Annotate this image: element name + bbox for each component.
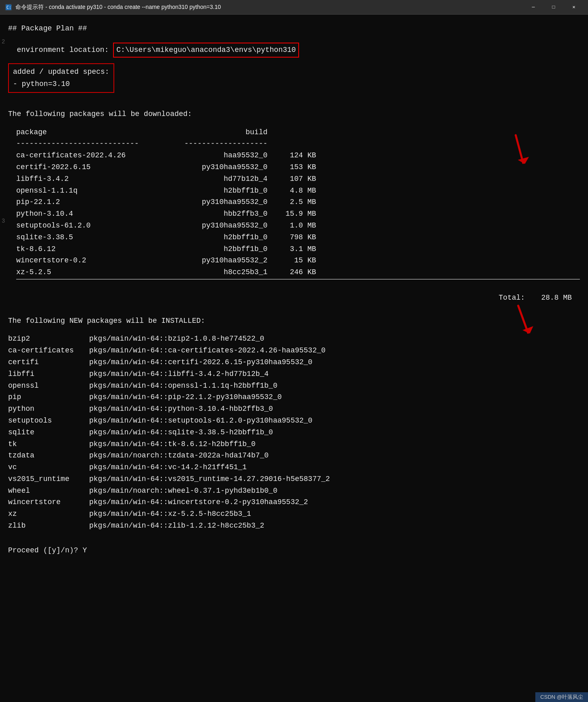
titlebar-title: 命令提示符 - conda activate py310 - conda cre… bbox=[15, 4, 221, 11]
install-pkg-path: pkgs/main/win-64::bzip2-1.0.8-he774522_0 bbox=[89, 333, 264, 345]
install-pkg-path: pkgs/main/win-64::setuptools-61.2.0-py31… bbox=[89, 415, 312, 427]
install-pkg-name: wincertstore bbox=[8, 496, 89, 508]
svg-marker-3 bbox=[518, 153, 529, 164]
install-pkg-path: pkgs/main/win-64::python-3.10.4-hbb2ffb3… bbox=[89, 403, 273, 415]
titlebar-controls: — □ ✕ bbox=[524, 1, 583, 13]
pkg-name: setuptools-61.2.0 bbox=[16, 220, 154, 232]
pkg-build: hd77b12b_4 bbox=[154, 173, 276, 185]
specs-label: added / updated specs: bbox=[13, 66, 109, 78]
table-row: wincertstore-0.2 py310haa95532_2 15 KB bbox=[16, 255, 580, 266]
pkg-name: sqlite-3.38.5 bbox=[16, 232, 154, 243]
minimize-button[interactable]: — bbox=[524, 1, 543, 13]
svg-line-4 bbox=[510, 306, 537, 333]
pkg-name: pip-22.1.2 bbox=[16, 196, 154, 208]
list-item: tk pkgs/main/win-64::tk-8.6.12-h2bbff1b_… bbox=[8, 438, 580, 450]
install-packages-list: bzip2 pkgs/main/win-64::bzip2-1.0.8-he77… bbox=[8, 333, 580, 532]
total-row: Total: 28.8 MB bbox=[16, 292, 572, 304]
install-pkg-name: certifi bbox=[8, 356, 89, 368]
list-item: setuptools pkgs/main/win-64::setuptools-… bbox=[8, 415, 580, 427]
pkg-name: openssl-1.1.1q bbox=[16, 185, 154, 197]
install-pkg-name: libffi bbox=[8, 368, 89, 380]
maximize-button[interactable]: □ bbox=[544, 1, 563, 13]
pkg-name: xz-5.2.5 bbox=[16, 266, 154, 278]
pkg-size: 1.0 MB bbox=[276, 220, 316, 232]
table-bottom-separator bbox=[16, 279, 580, 292]
proceed-prompt: Proceed ([y]/n)? Y bbox=[8, 545, 580, 556]
bottombar-text: CSDN @叶落风尘 bbox=[540, 693, 583, 701]
install-pkg-name: tzdata bbox=[8, 450, 89, 462]
table-row: setuptools-61.2.0 py310haa95532_0 1.0 MB bbox=[16, 220, 580, 232]
install-pkg-name: vc bbox=[8, 462, 89, 473]
list-item: tzdata pkgs/main/noarch::tzdata-2022a-hd… bbox=[8, 450, 580, 462]
pkg-name: certifi-2022.6.15 bbox=[16, 161, 154, 173]
pkg-build: py310haa95532_0 bbox=[154, 196, 276, 208]
pkg-name: wincertstore-0.2 bbox=[16, 255, 154, 266]
list-item: xz pkgs/main/win-64::xz-5.2.5-h8cc25b3_1 bbox=[8, 508, 580, 520]
list-item: ca-certificates pkgs/main/win-64::ca-cer… bbox=[8, 345, 580, 356]
install-pkg-name: zlib bbox=[8, 520, 89, 532]
install-pkg-name: setuptools bbox=[8, 415, 89, 427]
list-item: python pkgs/main/win-64::python-3.10.4-h… bbox=[8, 403, 580, 415]
list-item: sqlite pkgs/main/win-64::sqlite-3.38.5-h… bbox=[8, 427, 580, 438]
pkg-size: 153 KB bbox=[276, 161, 316, 173]
install-pkg-name: ca-certificates bbox=[8, 345, 89, 356]
table-row: libffi-3.4.2 hd77b12b_4 107 KB bbox=[16, 173, 580, 185]
col-package: package bbox=[16, 127, 154, 138]
specs-block: added / updated specs: - python=3.10 bbox=[8, 63, 114, 93]
pkg-size: 798 KB bbox=[276, 232, 316, 243]
pkg-build: h2bbff1b_0 bbox=[154, 243, 276, 255]
install-pkg-path: pkgs/main/noarch::wheel-0.37.1-pyhd3eb1b… bbox=[89, 485, 277, 497]
table-row: tk-8.6.12 h2bbff1b_0 3.1 MB bbox=[16, 243, 580, 255]
pkg-size: 15 KB bbox=[276, 255, 316, 266]
bottombar: CSDN @叶落风尘 bbox=[535, 692, 588, 702]
pkg-size: 124 KB bbox=[276, 150, 316, 161]
install-pkg-path: pkgs/main/win-64::vc-14.2-h21ff451_1 bbox=[89, 462, 247, 473]
pkg-name: libffi-3.4.2 bbox=[16, 173, 154, 185]
pkg-size: 246 KB bbox=[276, 266, 316, 278]
install-pkg-name: pip bbox=[8, 391, 89, 403]
list-item: wincertstore pkgs/main/win-64::wincertst… bbox=[8, 496, 580, 508]
install-pkg-name: vs2015_runtime bbox=[8, 473, 89, 485]
env-path: C:\Users\mikeguo\anaconda3\envs\python31… bbox=[113, 43, 299, 58]
package-plan-header: ## Package Plan ## bbox=[8, 23, 580, 34]
install-pkg-name: python bbox=[8, 403, 89, 415]
install-pkg-path: pkgs/main/win-64::certifi-2022.6.15-py31… bbox=[89, 356, 312, 368]
install-pkg-path: pkgs/main/win-64::ca-certificates-2022.4… bbox=[89, 345, 325, 356]
env-label: environment location: bbox=[8, 44, 113, 56]
pkg-build: h2bbff1b_0 bbox=[154, 232, 276, 243]
pkg-size: 15.9 MB bbox=[276, 208, 316, 220]
specs-value: - python=3.10 bbox=[13, 78, 109, 90]
install-pkg-path: pkgs/main/win-64::pip-22.1.2-py310haa955… bbox=[89, 391, 282, 403]
package-table: package build --------------------------… bbox=[16, 127, 580, 304]
pkg-size: 3.1 MB bbox=[276, 243, 316, 255]
table-header: package build bbox=[16, 127, 580, 138]
pkg-build: py310haa95532_0 bbox=[154, 161, 276, 173]
pkg-build: hbb2ffb3_0 bbox=[154, 208, 276, 220]
close-button[interactable]: ✕ bbox=[564, 1, 583, 13]
install-pkg-path: pkgs/main/noarch::tzdata-2022a-hda174b7_… bbox=[89, 450, 269, 462]
install-pkg-name: openssl bbox=[8, 380, 89, 392]
download-packages-list: ca-certificates-2022.4.26 haa95532_0 124… bbox=[16, 150, 580, 278]
svg-text:C:\: C:\ bbox=[6, 5, 12, 10]
list-item: zlib pkgs/main/win-64::zlib-1.2.12-h8cc2… bbox=[8, 520, 580, 532]
list-item: vc pkgs/main/win-64::vc-14.2-h21ff451_1 bbox=[8, 462, 580, 473]
pkg-build: py310haa95532_2 bbox=[154, 255, 276, 266]
list-item: openssl pkgs/main/win-64::openssl-1.1.1q… bbox=[8, 380, 580, 392]
list-item: certifi pkgs/main/win-64::certifi-2022.6… bbox=[8, 356, 580, 368]
col-build: build bbox=[154, 127, 276, 138]
install-pkg-path: pkgs/main/win-64::wincertstore-0.2-py310… bbox=[89, 496, 308, 508]
install-pkg-name: xz bbox=[8, 508, 89, 520]
pkg-size: 2.5 MB bbox=[276, 196, 316, 208]
table-row: openssl-1.1.1q h2bbff1b_0 4.8 MB bbox=[16, 185, 580, 197]
console-area: 2 3 ## Package Plan ## environment locat… bbox=[0, 15, 588, 702]
pkg-build: py310haa95532_0 bbox=[154, 220, 276, 232]
table-row: xz-5.2.5 h8cc25b3_1 246 KB bbox=[16, 266, 580, 278]
table-row: certifi-2022.6.15 py310haa95532_0 153 KB bbox=[16, 161, 580, 173]
table-separator: ---------------------------- -----------… bbox=[16, 138, 580, 150]
table-row: sqlite-3.38.5 h2bbff1b_0 798 KB bbox=[16, 232, 580, 243]
pkg-build: haa95532_0 bbox=[154, 150, 276, 161]
pkg-name: python-3.10.4 bbox=[16, 208, 154, 220]
install-pkg-path: pkgs/main/win-64::vs2015_runtime-14.27.2… bbox=[89, 473, 330, 485]
table-row: python-3.10.4 hbb2ffb3_0 15.9 MB bbox=[16, 208, 580, 220]
install-header: The following NEW packages will be INSTA… bbox=[8, 315, 580, 327]
